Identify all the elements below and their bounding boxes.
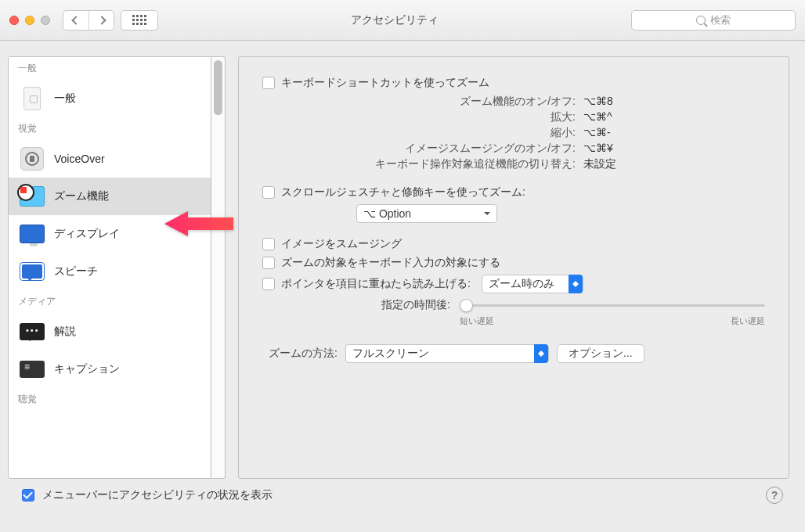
modifier-select[interactable]: ⌥ Option (356, 204, 497, 223)
section-header-media: メディア (9, 290, 211, 313)
help-button[interactable]: ? (766, 487, 783, 504)
zoom-settings-panel: キーボードショートカットを使ってズーム ズーム機能のオン/オフ:⌥⌘8 拡大:⌥… (238, 56, 789, 479)
shortcut-list: ズーム機能のオン/オフ:⌥⌘8 拡大:⌥⌘^ 縮小:⌥⌘- イメージスムージング… (262, 95, 765, 171)
sc-val: ⌥⌘8 (583, 95, 634, 109)
sidebar-item-voiceover[interactable]: VoiceOver (9, 140, 211, 178)
zoom-window[interactable] (41, 16, 50, 25)
show-status-label: メニューバーにアクセシビリティの状況を表示 (42, 488, 273, 502)
nav-segment (63, 10, 114, 31)
zoom-follows-kb-label: ズームの対象をキーボード入力の対象にする (281, 256, 500, 270)
scroll-gesture-checkbox[interactable] (262, 186, 275, 199)
delay-long-label: 長い遅延 (731, 315, 765, 327)
modifier-select-wrap: ⌥ Option (356, 204, 765, 223)
kb-shortcut-label: キーボードショートカットを使ってズーム (281, 76, 489, 90)
hover-scope-value: ズーム時のみ (489, 277, 554, 291)
sidebar-item-label: キャプション (54, 362, 120, 376)
forward-button[interactable] (88, 11, 114, 30)
options-button[interactable]: オプション... (557, 344, 644, 363)
back-button[interactable] (63, 11, 88, 30)
scroll-gesture-label: スクロールジェスチャと修飾キーを使ってズーム: (281, 185, 525, 200)
zoom-icon (20, 184, 45, 209)
general-icon (20, 86, 45, 111)
delay-short-label: 短い遅延 (460, 315, 494, 327)
scroll-gesture-row: スクロールジェスチャと修飾キーを使ってズーム: (262, 185, 765, 200)
delay-slider-row: 指定の時間後: (262, 298, 765, 312)
show-all-button[interactable] (121, 10, 158, 31)
hover-speak-label: ポインタを項目に重ねたら読み上げる: (281, 277, 471, 291)
hover-speak-checkbox[interactable] (262, 278, 275, 290)
sc-val: ⌥⌘- (583, 126, 634, 140)
chevron-left-icon (71, 16, 80, 24)
zoom-method-row: ズームの方法: フルスクリーン オプション... (262, 344, 765, 363)
main-split: 一般 一般 視覚 VoiceOver ズーム機能 ディスプレイ スピーチ (0, 41, 805, 479)
sc-val: ⌥⌘¥ (583, 142, 634, 156)
sidebar-item-label: 解説 (54, 325, 76, 339)
footer-left: メニューバーにアクセシビリティの状況を表示 (22, 488, 273, 502)
hover-speak-row: ポインタを項目に重ねたら読み上げる: ズーム時のみ (262, 275, 765, 293)
sc-key: 拡大: (551, 110, 576, 124)
delay-label: 指定の時間後: (262, 298, 450, 312)
smooth-images-row: イメージをスムージング (262, 237, 765, 251)
updown-icon (569, 275, 583, 293)
smooth-images-checkbox[interactable] (262, 238, 275, 250)
sidebar-item-descriptions[interactable]: 解説 (9, 313, 211, 350)
toolbar: アクセシビリティ 検索 (0, 0, 805, 41)
display-icon (20, 221, 45, 246)
chevron-down-icon (484, 212, 490, 218)
modifier-select-value: ⌥ Option (363, 207, 411, 220)
sc-val: 未設定 (583, 157, 634, 171)
speech-icon (20, 259, 45, 284)
section-header-vision: 視覚 (9, 117, 211, 140)
kb-shortcut-checkbox[interactable] (262, 77, 275, 89)
chevron-right-icon (97, 16, 106, 24)
sidebar-item-speech[interactable]: スピーチ (9, 253, 211, 290)
grid-icon (132, 15, 146, 25)
minimize-window[interactable] (25, 16, 34, 25)
sidebar-item-display[interactable]: ディスプレイ (9, 215, 211, 253)
sidebar-item-label: VoiceOver (54, 153, 105, 165)
sidebar-item-general[interactable]: 一般 (9, 80, 211, 117)
captions-icon (20, 357, 45, 382)
options-button-label: オプション... (569, 347, 633, 361)
hover-scope-select[interactable]: ズーム時のみ (482, 275, 583, 293)
sidebar-item-label: スピーチ (54, 264, 98, 279)
traffic-lights (9, 16, 50, 25)
show-status-checkbox[interactable] (22, 489, 34, 501)
slider-knob[interactable] (460, 299, 473, 312)
kb-shortcut-row: キーボードショートカットを使ってズーム (262, 76, 765, 90)
window-title: アクセシビリティ (164, 13, 625, 27)
slider-end-labels: 短い遅延 長い遅延 (460, 315, 765, 327)
sidebar-item-label: ズーム機能 (54, 189, 109, 203)
search-placeholder: 検索 (710, 13, 731, 27)
footer: メニューバーにアクセシビリティの状況を表示 ? (0, 479, 805, 512)
sidebar-scrollbar[interactable] (211, 56, 226, 479)
sc-key: ズーム機能のオン/オフ: (460, 95, 576, 109)
zoom-method-label: ズームの方法: (262, 347, 338, 361)
sc-key: イメージスムージングのオン/オフ: (405, 142, 576, 156)
sidebar-item-label: 一般 (54, 92, 76, 106)
close-window[interactable] (9, 16, 19, 25)
updown-icon (534, 344, 548, 363)
zoom-method-select[interactable]: フルスクリーン (345, 344, 549, 363)
search-icon (696, 16, 706, 25)
zoom-follows-kb-checkbox[interactable] (262, 257, 275, 269)
sidebar-container: 一般 一般 視覚 VoiceOver ズーム機能 ディスプレイ スピーチ (8, 56, 226, 479)
sc-key: キーボード操作対象追従機能の切り替え: (375, 157, 576, 171)
descriptions-icon (20, 319, 45, 344)
sidebar-item-captions[interactable]: キャプション (9, 350, 211, 388)
section-header-hearing: 聴覚 (9, 388, 211, 411)
scrollbar-thumb[interactable] (214, 60, 222, 115)
delay-slider[interactable] (460, 304, 765, 307)
section-header-general: 一般 (9, 57, 211, 80)
voiceover-icon (20, 146, 45, 171)
sc-key: 縮小: (551, 126, 576, 140)
sidebar-item-zoom[interactable]: ズーム機能 (9, 178, 211, 215)
sc-val: ⌥⌘^ (583, 110, 634, 124)
search-field[interactable]: 検索 (631, 10, 796, 31)
sidebar-item-label: ディスプレイ (54, 227, 120, 241)
zoom-follows-kb-row: ズームの対象をキーボード入力の対象にする (262, 256, 765, 270)
sidebar: 一般 一般 視覚 VoiceOver ズーム機能 ディスプレイ スピーチ (8, 56, 211, 479)
smooth-images-label: イメージをスムージング (281, 237, 402, 251)
zoom-method-value: フルスクリーン (352, 347, 429, 361)
